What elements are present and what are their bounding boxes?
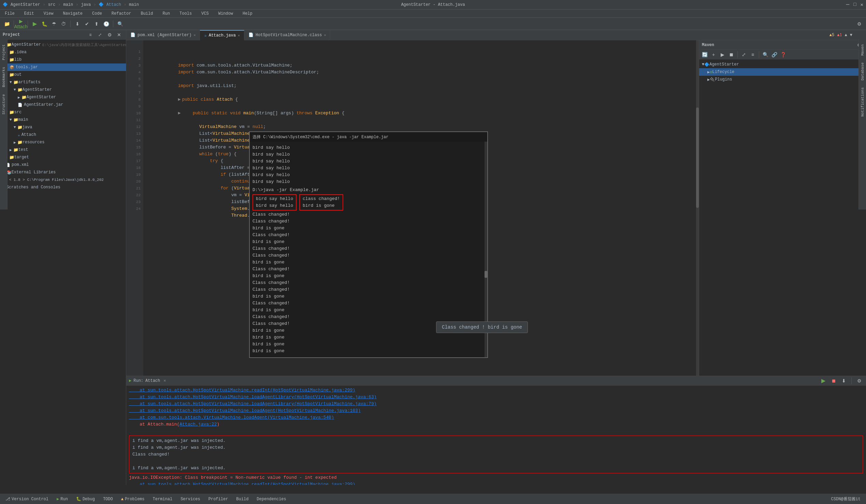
menu-item-vcs[interactable]: VCS (199, 11, 211, 17)
tree-target[interactable]: ▶ 📁 target (0, 154, 126, 161)
tree-root[interactable]: ▼ 📁 AgentStarter E:\java\内存对象搜索辅助工具\Agen… (0, 41, 126, 48)
debug-button[interactable]: 🐛 (40, 20, 48, 28)
run-line-3[interactable]: at sun.tools.attach.HotSpotVirtualMachin… (129, 401, 863, 407)
vert-tab-notifications[interactable]: Notifications (860, 85, 865, 120)
maven-expand-btn[interactable]: ≡ (748, 51, 757, 59)
tree-main[interactable]: ▼ 📁 main (0, 116, 126, 124)
vert-tab-project[interactable]: Project (1, 42, 7, 63)
tree-scratches[interactable]: ▶ Scratches and Consoles (0, 183, 126, 191)
run-line-5[interactable]: at com.sun.tools.attach.VirtualMachine.l… (129, 414, 863, 421)
status-todo[interactable]: TODO (100, 494, 116, 504)
run-line-ex-1[interactable]: at sun.tools.attach.HotSpotVirtualMachin… (129, 481, 863, 485)
maven-add-btn[interactable]: + (709, 51, 718, 59)
vert-tab-maven[interactable]: Maven (860, 42, 865, 58)
menu-item-file[interactable]: File (3, 11, 17, 17)
editor-scrollbar-thumb[interactable] (696, 108, 699, 208)
nav-up-btn[interactable]: ▲ (845, 33, 847, 37)
tree-src[interactable]: ▼ 📁 src (0, 109, 126, 116)
tab-hotspot[interactable]: 📄 HotSpotVirtualMachine.class ✕ (244, 30, 330, 40)
status-profiler[interactable]: Profiler (206, 494, 231, 504)
run-stop-btn[interactable]: ⏹ (830, 377, 838, 385)
maven-filter-btn[interactable]: 🔍 (761, 51, 769, 59)
git-update-btn[interactable]: ⬇ (73, 20, 81, 28)
status-dependencies[interactable]: Dependencies (254, 494, 289, 504)
status-problems[interactable]: ▲ Problems (119, 494, 147, 504)
maven-collapse-btn[interactable]: ⤢ (740, 51, 748, 59)
project-settings-btn[interactable]: ⚙ (106, 31, 114, 39)
expand-all-btn[interactable]: ≡ (86, 31, 95, 39)
status-run[interactable]: ▶ Run (54, 494, 71, 504)
maven-help-btn[interactable]: ❓ (779, 51, 787, 59)
menu-item-window[interactable]: Window (216, 11, 235, 17)
editor-scrollbar[interactable] (696, 40, 699, 376)
maven-root[interactable]: ▼ 🔷 AgentStarter (699, 61, 866, 68)
collapse-all-btn[interactable]: ⤢ (96, 31, 104, 39)
tree-out[interactable]: ▼ 📁 out (0, 71, 126, 78)
vert-tab-structure[interactable]: Structure (1, 91, 7, 117)
run-content[interactable]: at sun.tools.attach.HotSpotVirtualMachin… (126, 385, 866, 485)
run-settings-btn[interactable]: ⚙ (855, 377, 863, 385)
status-terminal[interactable]: Terminal (150, 494, 175, 504)
tree-tools-jar[interactable]: 📦 tools.jar (0, 64, 126, 71)
run-scroll-end-btn[interactable]: ⬇ (840, 377, 848, 385)
tree-agentstart-folder[interactable]: ▼ 📁 AgentStarter (0, 86, 126, 93)
status-build[interactable]: Build (233, 494, 251, 504)
tree-pomxml[interactable]: 📄 pom.xml (0, 161, 126, 169)
menu-item-tools[interactable]: Tools (177, 11, 194, 17)
tree-agent-jar[interactable]: 📄 AgentStarter.jar (0, 101, 126, 109)
menu-item-code[interactable]: Code (90, 11, 104, 17)
nav-down-btn[interactable]: ▼ (850, 33, 852, 37)
attach-tab-close[interactable]: ✕ (238, 33, 240, 37)
tree-idea[interactable]: ▶ 📁 .idea (0, 48, 126, 56)
run-line-4[interactable]: at sun.tools.attach.HotSpotVirtualMachin… (129, 407, 863, 414)
tree-lib[interactable]: ▼ 📁 lib (0, 56, 126, 64)
tab-attach[interactable]: ☕ Attach.java ✕ (200, 30, 244, 40)
status-debug[interactable]: 🐛 Debug (73, 494, 98, 504)
hotspot-tab-close[interactable]: ✕ (324, 33, 326, 37)
project-dropdown-btn[interactable]: 📁 (3, 20, 11, 28)
status-version-control[interactable]: ⎇ Version Control (3, 494, 51, 504)
maven-refresh-btn[interactable]: 🔄 (700, 51, 709, 59)
status-services[interactable]: Services (178, 494, 203, 504)
menu-item-navigate[interactable]: Navigate (61, 11, 85, 17)
tree-ext-libs[interactable]: ▶ 📚 External Libraries (0, 169, 126, 176)
maven-plugins[interactable]: ▶ 🔌 Plugins (699, 76, 866, 83)
close-button[interactable]: ✕ (861, 2, 863, 8)
run-line-2[interactable]: at sun.tools.attach.HotSpotVirtualMachin… (129, 394, 863, 401)
tree-resources[interactable]: ▶ 📁 resources (0, 138, 126, 146)
run-config-btn[interactable]: ▶ Attach (17, 20, 25, 28)
profile-button[interactable]: ⏱ (59, 20, 68, 28)
vert-tab-bookmarks[interactable]: Bookmarks (1, 64, 7, 90)
cmd-scrollbar-thumb[interactable] (485, 271, 487, 278)
maximize-button[interactable]: □ (853, 2, 856, 8)
project-close-btn[interactable]: ✕ (115, 31, 123, 39)
menu-item-run[interactable]: Run (160, 11, 172, 17)
vert-tab-database[interactable]: Database (860, 60, 865, 83)
tree-artifacts[interactable]: ▼ 📁 artifacts (0, 78, 126, 86)
maven-run-btn[interactable]: ▶ (718, 51, 726, 59)
tree-attach[interactable]: ☕ Attach (0, 131, 126, 138)
menu-item-build[interactable]: Build (138, 11, 155, 17)
coverage-button[interactable]: ☂ (50, 20, 58, 28)
tree-jdk[interactable]: ☕ < 1.8 > C:\Program Files\Java\jdk1.8.0… (0, 176, 126, 183)
menu-item-help[interactable]: Help (241, 11, 255, 17)
run-again-btn[interactable]: ▶ (819, 377, 828, 385)
tree-test[interactable]: ▶ 📁 test (0, 146, 126, 154)
menu-item-edit[interactable]: Edit (22, 11, 36, 17)
search-everywhere-btn[interactable]: 🔍 (116, 20, 124, 28)
settings-btn[interactable]: ⚙ (855, 20, 863, 28)
git-history-btn[interactable]: 🕐 (102, 20, 110, 28)
tab-pom[interactable]: 📄 pom.xml (AgentStarter) ✕ (126, 30, 200, 40)
maven-lifecycle[interactable]: ▶ ⚙ Lifecycle (699, 68, 866, 76)
pom-tab-close[interactable]: ✕ (193, 33, 196, 37)
git-commit-btn[interactable]: ✔ (83, 20, 91, 28)
menu-item-view[interactable]: View (42, 11, 56, 17)
run-button[interactable]: ▶ (31, 20, 39, 28)
run-tab-close[interactable]: ✕ (164, 378, 166, 383)
minimize-button[interactable]: ─ (846, 2, 850, 8)
maven-link-btn[interactable]: 🔗 (770, 51, 778, 59)
maven-stop-btn[interactable]: ⏹ (727, 51, 735, 59)
tree-java[interactable]: ▼ 📁 java (0, 124, 126, 131)
git-push-btn[interactable]: ⬆ (92, 20, 101, 28)
tree-agent-sub[interactable]: ▶ 📁 AgentStarter (0, 93, 126, 101)
